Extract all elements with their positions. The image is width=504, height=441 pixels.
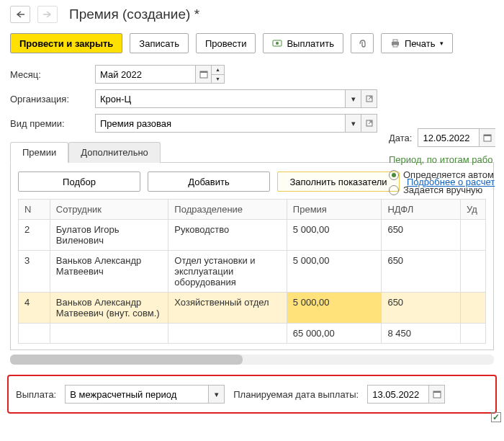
arrow-left-icon — [16, 11, 24, 18]
table-totals-row: 65 000,00 8 450 — [19, 324, 486, 344]
scrollbar-thumb[interactable] — [10, 355, 243, 365]
arrow-right-icon — [43, 11, 52, 18]
payout-label: Выплата: — [16, 389, 56, 400]
attach-button[interactable] — [351, 33, 374, 53]
calendar-icon — [433, 390, 441, 398]
print-button[interactable]: Печать ▾ — [381, 33, 453, 53]
period-manual-radio[interactable] — [389, 185, 399, 195]
print-label: Печать — [405, 38, 436, 49]
org-dropdown-button[interactable]: ▾ — [346, 89, 361, 108]
org-open-button[interactable] — [361, 89, 377, 108]
page-title: Премия (создание) * — [69, 6, 199, 22]
col-tax: НДФЛ — [382, 200, 461, 220]
horizontal-scrollbar[interactable] — [10, 355, 494, 365]
add-button[interactable]: Добавить — [148, 172, 270, 192]
col-department: Подразделение — [168, 200, 287, 220]
svg-rect-4 — [393, 45, 397, 47]
svg-rect-10 — [484, 135, 491, 136]
bonus-table: N Сотрудник Подразделение Премия НДФЛ Уд… — [18, 199, 486, 344]
table-row[interactable]: 4 Ваньков Александр Матвеевич (внут. сов… — [19, 293, 486, 324]
month-input[interactable] — [95, 65, 196, 84]
paperclip-icon — [357, 38, 367, 48]
save-button[interactable]: Записать — [130, 33, 189, 53]
type-dropdown-button[interactable]: ▾ — [346, 114, 361, 133]
date-label: Дата: — [389, 133, 412, 143]
period-auto-radio[interactable] — [389, 170, 399, 180]
fill-indicators-button[interactable]: Заполнить показатели — [277, 172, 400, 192]
table-row[interactable]: 2 Булатов Игорь Виленович Руководство 5 … — [19, 220, 486, 251]
pay-label: Выплатить — [287, 38, 334, 49]
pay-button[interactable]: Выплатить — [263, 33, 343, 53]
submit-close-button[interactable]: Провести и закрыть — [10, 33, 122, 53]
col-withheld: Уд — [461, 200, 486, 220]
payout-dropdown-button[interactable]: ▾ — [209, 385, 225, 404]
month-up-button[interactable]: ▲ — [212, 65, 225, 74]
svg-rect-12 — [433, 391, 441, 393]
table-row[interactable]: 3 Ваньков Александр Матвеевич Отдел уста… — [19, 251, 486, 293]
total-bonus: 65 000,00 — [287, 324, 382, 344]
period-manual-label: Задается вручную — [403, 184, 482, 195]
plan-date-label: Планируемая дата выплаты: — [233, 389, 359, 400]
type-label: Вид премии: — [10, 118, 89, 129]
payout-type-select[interactable] — [65, 385, 209, 404]
col-n: N — [19, 200, 50, 220]
period-auto-label: Определяется автом — [403, 169, 494, 180]
svg-rect-3 — [393, 40, 397, 42]
svg-point-1 — [276, 42, 279, 45]
calendar-icon — [199, 70, 208, 79]
total-tax: 8 450 — [382, 324, 461, 344]
date-input[interactable] — [418, 128, 480, 147]
type-input[interactable] — [95, 114, 346, 133]
month-label: Месяц: — [10, 69, 89, 80]
post-button[interactable]: Провести — [196, 33, 256, 53]
payout-section: Выплата: ▾ Планируемая дата выплаты: ✓ — [7, 375, 497, 414]
printer-icon — [390, 38, 400, 48]
tab-extra[interactable]: Дополнительно — [68, 142, 161, 163]
org-label: Организация: — [10, 94, 89, 104]
col-bonus: Премия — [287, 200, 382, 220]
month-calendar-button[interactable] — [196, 65, 212, 84]
footer-checkbox[interactable]: ✓ — [491, 412, 501, 421]
month-down-button[interactable]: ▼ — [212, 74, 225, 84]
period-title: Период, по итогам рабо — [389, 154, 500, 165]
col-employee: Сотрудник — [50, 200, 168, 220]
dropdown-caret-icon: ▾ — [440, 40, 444, 47]
open-icon — [366, 95, 373, 102]
tab-bonuses[interactable]: Премии — [10, 142, 68, 163]
svg-rect-6 — [200, 71, 207, 73]
money-icon — [272, 38, 282, 48]
plan-date-input[interactable] — [367, 385, 429, 404]
plan-date-calendar-button[interactable] — [429, 385, 445, 404]
pick-button[interactable]: Подбор — [18, 172, 140, 192]
calendar-icon — [483, 133, 492, 142]
open-icon — [366, 120, 373, 127]
date-calendar-button[interactable] — [480, 128, 495, 147]
forward-button[interactable] — [37, 6, 58, 23]
type-open-button[interactable] — [361, 114, 377, 133]
back-button[interactable] — [10, 6, 30, 23]
org-input[interactable] — [95, 89, 346, 108]
